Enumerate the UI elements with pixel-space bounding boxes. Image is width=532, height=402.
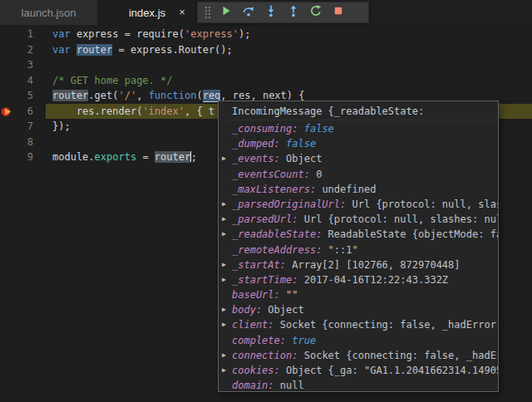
property-value: false <box>286 138 316 150</box>
code-line-2[interactable]: 2var router = express.Router(); <box>0 42 532 58</box>
property-name: _readableState: <box>232 228 328 240</box>
twisty-expand-icon[interactable]: ▶ <box>222 257 226 272</box>
step-over-icon <box>242 4 255 21</box>
hover-property-row[interactable]: ▶_parsedOriginalUrl: Url {protocol: null… <box>219 197 498 212</box>
code-token: module. <box>52 151 95 163</box>
debug-toolbar <box>197 2 369 23</box>
property-value: Object <box>268 304 303 316</box>
code-token: }); <box>52 120 71 132</box>
property-name: _eventsCount: <box>232 169 316 180</box>
code-token: ( <box>196 90 202 101</box>
code-token <box>71 44 76 56</box>
code-token: , <box>136 90 148 101</box>
hover-property-row: baseUrl: "" <box>219 287 498 302</box>
property-name: cookies: <box>232 365 286 376</box>
restart-icon <box>309 4 323 21</box>
hover-rows: _consuming: false_dumped: false▶_events:… <box>219 121 498 392</box>
property-value: Socket {connecting: false, _hadErr <box>304 350 498 361</box>
property-value: undefined <box>322 184 376 195</box>
property-value: Url {protocol: null, slashes: nul <box>304 213 498 225</box>
code-token: ; <box>191 151 197 163</box>
hover-property-row[interactable]: ▶body: Object <box>219 302 498 317</box>
hover-property-row: complete: true <box>219 333 498 348</box>
glyph-margin <box>0 73 17 89</box>
glyph-margin <box>0 135 17 150</box>
code-token: ); <box>239 28 250 40</box>
hover-property-row[interactable]: ▶connection: Socket {connecting: false, … <box>219 348 498 363</box>
property-name: body: <box>232 304 268 316</box>
property-value: Object {_ga: "GA1.1.2041662314.149050 <box>286 365 498 376</box>
hover-property-row[interactable]: ▶cookies: Object {_ga: "GA1.1.2041662314… <box>219 363 498 378</box>
code-token: function <box>149 90 197 101</box>
step-into-button[interactable] <box>259 2 282 22</box>
line-number: 6 <box>17 104 33 120</box>
line-number: 3 <box>17 57 33 73</box>
drag-handle-icon[interactable] <box>204 6 211 19</box>
property-name: _parsedUrl: <box>232 213 304 225</box>
step-out-button[interactable] <box>282 2 304 22</box>
property-value: true <box>292 335 316 346</box>
property-value: Object <box>286 153 322 164</box>
property-name: _startAt: <box>232 259 292 271</box>
twisty-expand-icon[interactable]: ▶ <box>222 212 226 227</box>
hover-property-row: _dumped: false <box>219 136 498 151</box>
tab-launch-json[interactable]: launch.json <box>0 0 98 25</box>
property-name: _dumped: <box>232 138 286 150</box>
hover-property-row[interactable]: ▶_startTime: 2017-04-16T12:22:43.332Z <box>219 272 498 287</box>
twisty-expand-icon[interactable]: ▶ <box>222 197 226 212</box>
hover-property-row: _remoteAddress: "::1" <box>219 243 498 257</box>
restart-button[interactable] <box>304 2 327 22</box>
line-number: 5 <box>17 88 33 104</box>
property-name: _startTime: <box>232 274 304 286</box>
code-line-4[interactable]: 4/* GET home page. */ <box>0 73 532 89</box>
code-token: = <box>136 151 155 163</box>
code-token: 'index' <box>142 105 185 117</box>
code-token: var <box>52 28 71 40</box>
glyph-margin <box>0 57 17 73</box>
twisty-expand-icon[interactable]: ▶ <box>222 272 226 287</box>
code-token: /* GET home page. */ <box>52 75 173 86</box>
code-token: = express.Router(); <box>112 44 233 56</box>
code-token: 'express' <box>185 28 239 40</box>
property-name: _events: <box>232 153 286 164</box>
hover-property-row[interactable]: ▶_parsedUrl: Url {protocol: null, slashe… <box>219 212 498 227</box>
step-over-button[interactable] <box>237 2 259 22</box>
hover-property-row: _consuming: false <box>219 121 498 136</box>
code-line-3[interactable]: 3 <box>0 57 532 73</box>
code-token: router <box>155 151 190 163</box>
glyph-margin <box>0 150 17 165</box>
twisty-expand-icon[interactable]: ▶ <box>222 302 226 317</box>
hover-property-row: domain: null <box>219 378 498 392</box>
property-value: "" <box>286 289 298 301</box>
property-value: false <box>304 123 334 135</box>
twisty-expand-icon[interactable]: ▶ <box>222 363 226 378</box>
property-value: Array[2] [102766, 872970448] <box>292 259 460 271</box>
twisty-expand-icon[interactable]: ▶ <box>222 151 226 166</box>
close-icon[interactable]: × <box>175 6 189 19</box>
code-token: res.render( <box>52 105 142 117</box>
twisty-expand-icon[interactable]: ▶ <box>222 317 226 332</box>
line-number: 1 <box>17 27 33 42</box>
twisty-expand-icon[interactable]: ▶ <box>222 227 226 242</box>
hover-property-row[interactable]: ▶_startAt: Array[2] [102766, 872970448] <box>219 257 498 272</box>
tab-index-js[interactable]: index.js × <box>98 0 196 25</box>
breakpoint-current-line-icon[interactable] <box>0 104 17 120</box>
continue-button[interactable] <box>214 2 237 22</box>
code-token: express = require( <box>71 28 185 40</box>
tab-label: launch.json <box>22 7 76 19</box>
hover-property-row[interactable]: ▶_events: Object <box>219 151 498 166</box>
twisty-expand-icon[interactable]: ▶ <box>222 348 226 363</box>
glyph-margin <box>0 88 17 104</box>
hover-property-row: _maxListeners: undefined <box>219 182 498 197</box>
property-value: null <box>280 380 304 391</box>
stop-button[interactable] <box>327 2 349 22</box>
tab-label: index.js <box>129 7 165 19</box>
code-line-1[interactable]: 1var express = require('express'); <box>0 27 532 42</box>
property-value: Url {protocol: null, slash <box>352 199 499 210</box>
hover-property-row[interactable]: ▶_readableState: ReadableState {objectMo… <box>219 227 498 242</box>
property-value: Socket {connecting: false, _hadError: <box>280 319 498 331</box>
property-name: _parsedOriginalUrl: <box>232 199 352 210</box>
property-name: _maxListeners: <box>232 184 322 195</box>
step-out-icon <box>287 4 300 21</box>
hover-property-row[interactable]: ▶client: Socket {connecting: false, _had… <box>219 317 498 332</box>
